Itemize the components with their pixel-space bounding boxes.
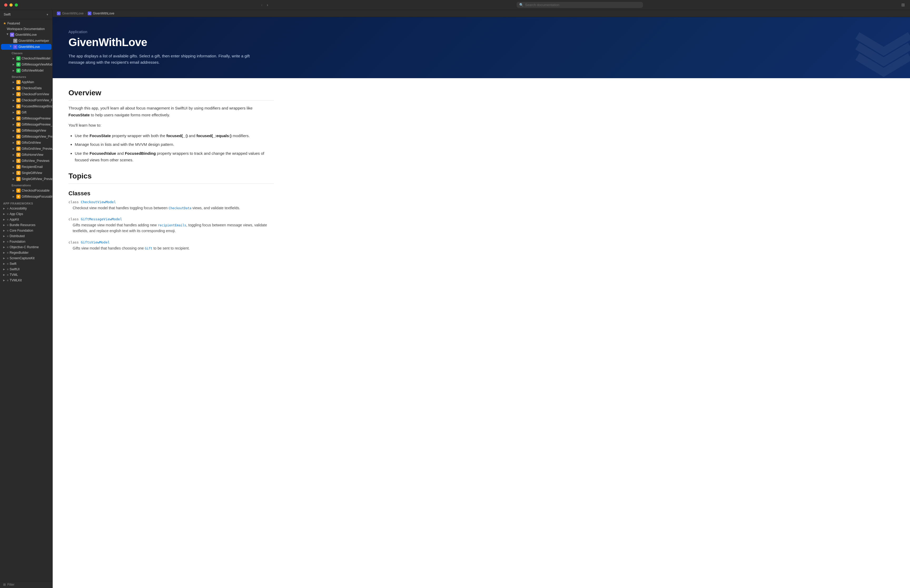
minimize-button[interactable] [10,3,13,6]
sidebar-item-recipientemail[interactable]: ▶ S RecipientEmail [1,164,51,170]
sidebar-label: App Clips [10,212,23,216]
sidebar-item-giftsgridview-prev[interactable]: ▶ S GiftsGridView_Previews [1,146,51,152]
sidebar-item-regexbuilder[interactable]: ▶ ≡ RegexBuilder [1,250,51,255]
sidebar-item-featured[interactable]: ★ Featured [1,21,51,26]
focused-bold: focused(_:) [166,133,188,138]
hero-title: GivenWithLove [68,36,894,49]
breadcrumb-item-2[interactable]: ≡ GivenWithLove [88,11,114,15]
sidebar-item-checkoutformview-pre[interactable]: ▶ S CheckoutFormView_Pre... [1,97,51,103]
sidebar-item-giftsgridview[interactable]: ▶ S GiftsGridView [1,140,51,145]
sidebar-item-core-foundation[interactable]: ▶ ≡ Core Foundation [1,228,51,233]
checkoutviewmodel-link[interactable]: CheckoutViewModel [81,200,116,204]
sidebar-item-giftmessagefocusable[interactable]: ▶ E GiftMessageFocusable [1,194,51,200]
sidebar-item-giftsview-prev[interactable]: ▶ S GiftsView_Previews [1,158,51,164]
sidebar-label: GiftsGridView [22,141,41,144]
forward-button[interactable]: › [265,2,270,8]
sidebar-item-giftmessageview[interactable]: ▶ S GiftMessageView [1,128,51,133]
sidebar-label: Swift [10,262,16,266]
sidebar-item-appmain[interactable]: ▶ S AppMain [1,79,51,85]
filter-label: Filter [7,583,15,586]
sidebar-item-giftmessageview-prev[interactable]: ▶ S GiftMessageView_Previe... [1,134,51,139]
struct-icon: S [16,104,21,108]
giftmessageviewmodel-link[interactable]: GiftMessageViewModel [81,217,122,221]
struct-icon: S [16,80,21,84]
search-bar[interactable]: 🔍 [517,2,643,8]
sidebar-item-appclips[interactable]: ▶ ≡ App Clips [1,212,51,216]
sidebar-item-workspace-doc[interactable]: Workspace Documentation [1,26,51,32]
sidebar-item-appkit[interactable]: ▶ ≡ AppKit [1,217,51,222]
sidebar-item-checkoutviewmodel[interactable]: ▶ C CheckoutViewModel [1,55,51,61]
sidebar-item-giftmessagepreview[interactable]: ▶ S GiftMessagePreview [1,116,51,121]
sidebar-item-foundation[interactable]: ▶ ≡ Foundation [1,239,51,244]
chevron-icon: ▶ [13,123,15,126]
chevron-icon: ▶ [10,45,12,48]
settings-button[interactable]: ⊞ [900,1,906,8]
language-selector[interactable]: Swift ▼ [2,11,50,17]
stack-icon: ≡ [7,262,8,265]
back-button[interactable]: ‹ [260,2,264,8]
recipientemails-link[interactable]: recipientEmails [158,223,186,227]
hero-label: Application [68,30,894,34]
sidebar-item-checkoutdata[interactable]: ▶ S CheckoutData [1,85,51,91]
class-desc-giftsviewmodel: Gifts view model that handles choosing o… [73,245,274,251]
chevron-icon: ▶ [13,63,15,66]
sidebar-item-helper[interactable]: ≡ GivenWithLoveHelper [1,38,51,44]
bullet-item-2: Manage focus in lists and with the MVVM … [75,141,274,148]
class-icon: C [16,62,21,66]
sidebar-item-giftshomeview[interactable]: ▶ S GiftsHomeView [1,152,51,158]
chevron-icon: ▶ [3,229,6,232]
close-button[interactable] [4,3,7,6]
sidebar-item-bundle-resources[interactable]: ▶ ≡ Bundle Resources [1,222,51,228]
sidebar-header: Swift ▼ [0,10,52,19]
struct-icon: S [16,86,21,90]
sidebar-item-swiftui[interactable]: ▶ ≡ SwiftUI [1,267,51,272]
sidebar-item-tvml[interactable]: ▶ ≡ TVML [1,272,51,278]
struct-icon: S [16,98,21,102]
class-decl-giftmessageviewmodel: class GiftMessageViewModel [68,217,274,221]
struct-icon: S [16,177,21,181]
sidebar-item-givenwithlove-app[interactable]: ▶ A GivenWithLove [1,32,51,38]
breadcrumb-item-1[interactable]: ≡ GivenWithLove [57,11,84,15]
struct-icon: S [16,123,21,127]
sidebar-item-accessibility[interactable]: ▶ ≡ Accessibility [1,206,51,211]
sidebar-item-tvmlkit[interactable]: ▶ ≡ TVMLKit [1,278,51,283]
sidebar-item-objective-c[interactable]: ▶ ≡ Objective-C Runtime [1,244,51,250]
sidebar-item-distributed[interactable]: ▶ ≡ Distributed [1,233,51,239]
gift-link[interactable]: Gift [145,247,152,250]
sidebar-item-checkoutformview[interactable]: ▶ S CheckoutFormView [1,91,51,97]
sidebar-item-givenwithlove-module[interactable]: ▶ ≡ GivenWithLove [1,44,51,50]
sidebar-label: SingleGiftView [22,171,42,175]
sidebar-item-checkoutfocusable[interactable]: ▶ E CheckoutFocusable [1,188,51,194]
sidebar-item-giftmessageviewmodel[interactable]: ▶ C GiftMessageViewModel [1,61,51,67]
checkoutdata-link[interactable]: CheckoutData [168,206,191,210]
sidebar-item-singlegiftview[interactable]: ▶ S SingleGiftView [1,170,51,176]
search-input[interactable] [525,3,640,7]
sidebar-item-giftsviewmodel[interactable]: ▶ C GiftsViewModel [1,68,51,73]
content-area: Application GivenWithLove The app displa… [53,17,910,588]
search-icon: 🔍 [519,3,524,7]
sidebar-section-structures: Structures [0,74,52,79]
sidebar-filter[interactable]: ⊞ Filter [0,581,52,588]
featured-label: Featured [7,22,20,25]
enumerations-header-label: Enumerations [11,184,31,187]
giftsviewmodel-link[interactable]: GiftsViewModel [81,240,110,244]
sidebar-item-giftmessagepreview-pre[interactable]: ▶ S GiftMessagePreview_Pre... [1,121,51,128]
sidebar-item-singlegiftview-prev[interactable]: ▶ S SingleGiftView_Previews [1,176,51,182]
struct-icon: S [16,171,21,175]
focusstate-bold: FocusState [68,113,90,117]
module-active-icon: ≡ [13,45,18,49]
chevron-icon: ▶ [13,178,15,180]
sidebar-item-gift[interactable]: ▶ S Gift [1,110,51,115]
breadcrumb-label-2: GivenWithLove [93,11,114,15]
sidebar-label: CheckoutFormView_Pre... [22,99,52,102]
chevron-icon: ▶ [13,117,15,120]
breadcrumb-label-1: GivenWithLove [62,11,84,15]
struct-icon: S [16,159,21,163]
maximize-button[interactable] [15,3,18,6]
sidebar-item-focusedmessagebinding[interactable]: ▶ S FocusedMessageBinding [1,103,51,109]
chevron-icon: ▶ [13,153,15,156]
struct-icon: S [16,92,21,96]
sidebar-item-screencapturekit[interactable]: ▶ ≡ ScreenCaptureKit [1,255,51,261]
focusedequals-bold: focused(_:equals:) [196,133,231,138]
sidebar-item-swift[interactable]: ▶ ≡ Swift [1,261,51,267]
